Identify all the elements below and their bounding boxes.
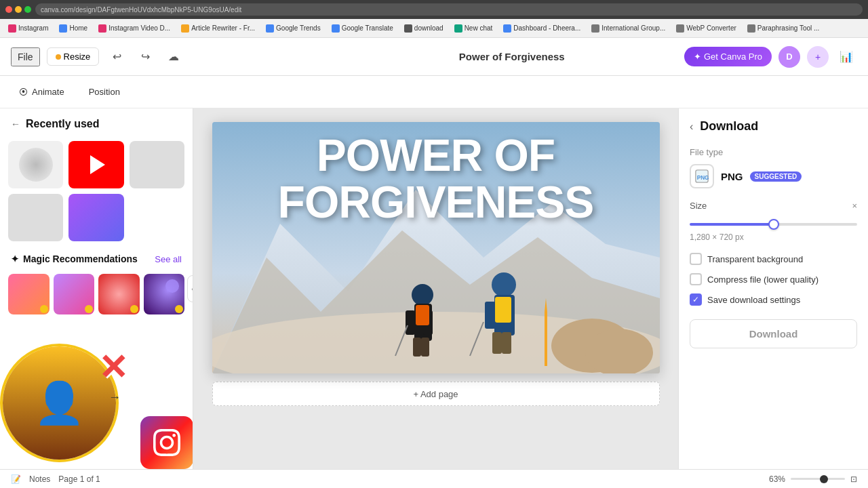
panel-back-icon[interactable]: ‹ — [690, 121, 693, 133]
gray-circle-shape — [19, 148, 53, 182]
png-file-icon: PNG — [694, 169, 709, 184]
address-bar[interactable]: canva.com/design/DAFgtwenHoUVdxhcMbpNkP5… — [35, 3, 863, 16]
file-button[interactable]: File — [11, 47, 40, 66]
panel-title: Download — [700, 119, 758, 134]
transparent-bg-checkbox[interactable] — [690, 253, 702, 265]
save-settings-row: Save download settings — [690, 293, 857, 306]
close-browser-btn[interactable] — [5, 6, 12, 13]
see-all-link[interactable]: See all — [155, 254, 182, 264]
file-type-row: PNG PNG SUGGESTED — [690, 164, 857, 188]
fit-page-icon[interactable]: ⊡ — [850, 474, 857, 484]
undo-button[interactable]: ↩ — [106, 46, 127, 68]
browser-bar: canva.com/design/DAFgtwenHoUVdxhcMbpNkP5… — [0, 0, 868, 19]
left-sidebar: ← Recently used ✦ Magic Recommendations — [0, 108, 193, 469]
design-title: Power of Forgiveness — [348, 51, 677, 62]
svg-text:PNG: PNG — [697, 175, 709, 181]
bookmark-webp[interactable]: WebP Converter — [672, 23, 741, 34]
compress-row: Compress file (lower quality) — [690, 273, 857, 285]
save-settings-checkbox[interactable] — [690, 293, 702, 306]
transparent-bg-row: Transparent background — [690, 253, 857, 265]
get-pro-button[interactable]: ✦ Get Canva Pro — [684, 47, 772, 66]
instagram-icon-box[interactable] — [140, 416, 193, 469]
sidebar-collapse-handle[interactable]: ‹ — [187, 275, 193, 302]
bookmark-new-chat[interactable]: New chat — [450, 23, 497, 34]
canvas-text-line2: FORGIVENESS — [212, 179, 660, 226]
bookmark-google-translate[interactable]: Google Translate — [328, 23, 397, 34]
youtube-play-icon — [90, 155, 105, 174]
maximize-browser-btn[interactable] — [24, 6, 31, 13]
sidebar-item-gray-bar[interactable] — [130, 141, 184, 188]
svg-rect-19 — [495, 297, 511, 323]
sidebar-item-youtube[interactable] — [68, 141, 123, 188]
sidebar-item-gray-circle[interactable] — [8, 141, 63, 188]
resize-dot — [56, 54, 61, 60]
svg-point-13 — [492, 272, 516, 297]
notes-icon: 📝 — [11, 474, 21, 484]
download-button[interactable]: Download — [690, 319, 857, 348]
save-button[interactable]: ☁ — [163, 46, 184, 68]
magic-rec-title: ✦ Magic Recommendations — [11, 253, 138, 264]
animate-button[interactable]: ⦿ Animate — [11, 83, 73, 101]
file-type-name: PNG — [721, 171, 743, 182]
bookmark-intl-group[interactable]: International Group... — [587, 23, 669, 34]
analytics-button[interactable]: 📊 — [835, 46, 857, 68]
sidebar-title: Recently used — [26, 118, 99, 130]
sidebar-item-purple-grad[interactable] — [68, 194, 123, 241]
svg-rect-22 — [545, 312, 547, 366]
avatar[interactable]: D — [778, 46, 800, 68]
compress-checkbox[interactable] — [690, 273, 702, 285]
notes-label[interactable]: Notes — [29, 474, 50, 484]
arrow-right-icon: → — [108, 390, 121, 405]
file-type-label: File type — [690, 147, 857, 157]
panel-header: ‹ Download — [690, 119, 857, 134]
add-page-button[interactable]: + Add page — [212, 382, 660, 406]
red-x-icon: ✕ — [98, 347, 128, 388]
size-close-button[interactable]: × — [852, 201, 857, 211]
save-settings-label: Save download settings — [707, 295, 800, 305]
instagram-icon — [153, 429, 180, 456]
sidebar-item-gray-bar-2[interactable] — [8, 194, 63, 241]
canvas-design[interactable]: POWER OF FORGIVENESS — [212, 122, 660, 373]
magic-recommendations-header: ✦ Magic Recommendations See all — [0, 247, 193, 271]
dimensions-text: 1,280 × 720 px — [690, 232, 857, 242]
svg-point-6 — [412, 284, 433, 306]
recently-used-grid — [0, 136, 193, 247]
bookmark-paraphrase[interactable]: Paraphrasing Tool ... — [743, 23, 824, 34]
page-info: Page 1 of 1 — [58, 474, 100, 484]
face-overlay-area: 👤 ✕ → — [0, 306, 193, 469]
zoom-level: 63% — [769, 474, 785, 484]
bookmark-google-trends[interactable]: Google Trends — [262, 23, 325, 34]
bookmark-dashboard[interactable]: Dashboard - Dheera... — [499, 23, 585, 34]
canva-toolbar: File Resize ↩ ↪ ☁ Power of Forgiveness ✦… — [0, 38, 868, 76]
resize-button[interactable]: Resize — [47, 47, 100, 66]
sidebar-back-icon[interactable]: ← — [11, 119, 20, 129]
suggested-badge: SUGGESTED — [750, 171, 802, 182]
svg-rect-17 — [492, 332, 502, 354]
download-panel: ‹ Download File type PNG PNG SUGGESTED S… — [678, 108, 868, 469]
add-collaborator-button[interactable]: + — [807, 46, 829, 68]
position-button[interactable]: Position — [81, 83, 128, 101]
minimize-browser-btn[interactable] — [15, 6, 22, 13]
bookmark-instagram[interactable]: Instagram — [4, 23, 52, 34]
status-bar: 📝 Notes Page 1 of 1 63% ⊡ — [0, 469, 868, 488]
canvas-area: POWER OF FORGIVENESS + Add page — [193, 108, 678, 469]
svg-rect-10 — [413, 338, 421, 357]
bookmark-home[interactable]: Home — [55, 23, 92, 34]
bookmarks-bar: Instagram Home Instagram Video D... Arti… — [0, 19, 868, 38]
redo-button[interactable]: ↪ — [134, 46, 156, 68]
canvas-text-line1: POWER OF — [212, 132, 660, 179]
main-layout: ← Recently used ✦ Magic Recommendations — [0, 108, 868, 469]
transparent-bg-label: Transparent background — [707, 254, 803, 264]
sidebar-header: ← Recently used — [0, 108, 193, 136]
size-section: Size × 1,280 × 720 px — [690, 201, 857, 242]
bookmark-ig-video[interactable]: Instagram Video D... — [94, 23, 174, 34]
svg-rect-8 — [406, 310, 415, 335]
secondary-toolbar: ⦿ Animate Position — [0, 76, 868, 108]
bookmark-download[interactable]: download — [400, 23, 448, 34]
size-label: Size — [690, 201, 707, 211]
zoom-slider[interactable] — [791, 478, 845, 480]
bookmark-article-rewriter[interactable]: Article Rewriter - Fr... — [177, 23, 259, 34]
size-slider[interactable] — [690, 223, 857, 226]
svg-rect-11 — [421, 338, 429, 357]
svg-rect-15 — [485, 302, 496, 329]
